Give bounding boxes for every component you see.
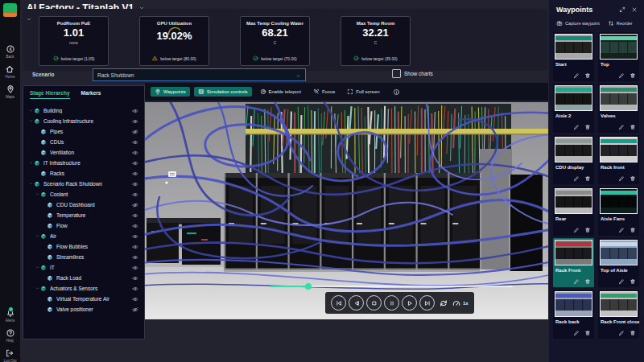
edit-waypoint-button[interactable]: [618, 124, 625, 130]
sidebar-item-back[interactable]: Back: [6, 44, 15, 59]
edit-waypoint-button[interactable]: [573, 175, 580, 182]
full-screen-button[interactable]: Full screen: [343, 87, 383, 97]
waypoints-button[interactable]: Waypoints: [151, 87, 190, 97]
tree-expander[interactable]: [35, 265, 40, 269]
delete-waypoint-button[interactable]: [584, 278, 591, 285]
tree-expander[interactable]: [35, 234, 40, 238]
tree-expander[interactable]: [35, 192, 40, 196]
playback-speed-button[interactable]: 1x: [452, 298, 469, 308]
visibility-toggle[interactable]: [132, 150, 138, 156]
edit-waypoint-button[interactable]: [618, 72, 625, 79]
close-icon[interactable]: [631, 6, 638, 13]
edit-waypoint-button[interactable]: [573, 227, 580, 233]
edit-waypoint-button[interactable]: [573, 278, 580, 285]
delete-waypoint-button[interactable]: [630, 227, 636, 233]
visibility-toggle[interactable]: [132, 160, 138, 167]
tree-item-actuators-sensors[interactable]: Actuators & Sensors: [23, 283, 144, 294]
app-logo[interactable]: [3, 3, 17, 17]
tree-item-valve-positioner[interactable]: Valve positioner: [23, 304, 144, 315]
undock-icon[interactable]: [619, 6, 625, 13]
tab-markers[interactable]: Markers: [81, 90, 101, 99]
viewport-info-button[interactable]: [393, 88, 400, 96]
tree-expander[interactable]: [28, 182, 34, 186]
delete-waypoint-button[interactable]: [630, 175, 636, 182]
reorder-button[interactable]: Reorder: [608, 20, 633, 27]
stop-button[interactable]: [366, 295, 382, 311]
timeline-playhead[interactable]: [305, 283, 312, 290]
tree-item-it[interactable]: IT: [23, 262, 144, 273]
delete-waypoint-button[interactable]: [584, 72, 591, 79]
tree-expander[interactable]: [28, 109, 34, 113]
visibility-toggle[interactable]: [132, 181, 138, 187]
waypoint-card-rack-front[interactable]: Rack front: [598, 135, 639, 184]
delete-waypoint-button[interactable]: [630, 72, 636, 79]
tree-item-temperature[interactable]: Temperature: [23, 210, 144, 220]
edit-waypoint-button[interactable]: [618, 227, 625, 233]
sidebar-item-maps[interactable]: Maps: [6, 84, 15, 99]
tree-item-racks[interactable]: Racks: [23, 168, 144, 179]
edit-waypoint-button[interactable]: [618, 175, 625, 182]
kpi-collapse-chevron-icon[interactable]: [26, 11, 32, 26]
pause-button[interactable]: [384, 295, 399, 311]
tree-item-ventilation[interactable]: Ventilation: [23, 147, 144, 158]
waypoint-card-cdu-display[interactable]: CDU display: [553, 135, 594, 184]
waypoint-card-rack-front-close[interactable]: Rack Front close: [598, 290, 639, 339]
visibility-toggle[interactable]: [132, 191, 138, 198]
visibility-toggle[interactable]: [132, 202, 138, 208]
scenario-dropdown[interactable]: Rack Shutdown: [93, 68, 306, 81]
skip-to-start-button[interactable]: [331, 295, 346, 311]
enable-teleport-button[interactable]: Enable teleport: [256, 87, 305, 97]
waypoint-card-rack-front[interactable]: Rack Front: [553, 238, 594, 287]
tree-expander[interactable]: [35, 286, 40, 290]
sidebar-item-help[interactable]: Help: [6, 328, 15, 343]
visibility-toggle[interactable]: [132, 223, 138, 229]
tree-item-it-infrastructure[interactable]: IT Infrastructure: [23, 158, 144, 168]
visibility-toggle[interactable]: [132, 244, 138, 250]
delete-waypoint-button[interactable]: [630, 330, 636, 336]
tree-item-cdus[interactable]: CDUs: [23, 137, 144, 147]
visibility-toggle[interactable]: [132, 265, 138, 271]
tree-item-scenario-rack-shutdown[interactable]: Scenario Rack Shutdown: [23, 179, 144, 189]
visibility-toggle[interactable]: [132, 118, 138, 125]
visibility-toggle[interactable]: [132, 139, 138, 146]
play-button[interactable]: [402, 295, 417, 311]
delete-waypoint-button[interactable]: [584, 124, 591, 130]
delete-waypoint-button[interactable]: [630, 278, 636, 285]
visibility-toggle[interactable]: [132, 286, 138, 292]
waypoint-card-top-of-aisle[interactable]: Top of Aisle: [598, 238, 639, 287]
simulation-timeline[interactable]: [270, 283, 513, 290]
tree-item-cdu-dashboard[interactable]: CDU Dashboard: [23, 200, 144, 210]
delete-waypoint-button[interactable]: [584, 175, 591, 182]
tree-item-building[interactable]: Building: [23, 105, 144, 116]
visibility-toggle[interactable]: [132, 129, 138, 135]
tree-item-rack-load[interactable]: Rack Load: [23, 273, 144, 283]
delete-waypoint-button[interactable]: [630, 124, 636, 130]
visibility-toggle[interactable]: [132, 275, 138, 282]
tree-item-streamlines[interactable]: Streamlines: [23, 252, 144, 262]
waypoint-card-valves[interactable]: Valves: [598, 84, 639, 133]
waypoint-card-aisle-2[interactable]: Aisle 2: [553, 84, 594, 133]
waypoint-card-aisle-fans[interactable]: Aisle Fans: [598, 187, 639, 236]
waypoint-card-rack-back[interactable]: Rack back: [553, 290, 594, 339]
tree-item-air[interactable]: Air: [23, 231, 144, 241]
delete-waypoint-button[interactable]: [584, 227, 591, 233]
delete-waypoint-button[interactable]: [584, 330, 591, 336]
edit-waypoint-button[interactable]: [618, 278, 625, 285]
capture-waypoint-button[interactable]: Capture waypoint: [556, 20, 600, 27]
sidebar-item-home[interactable]: Home: [5, 64, 14, 79]
visibility-toggle[interactable]: [132, 296, 138, 302]
tree-item-flow-bubbles[interactable]: Flow Bubbles: [23, 241, 144, 252]
visibility-toggle[interactable]: [132, 171, 138, 177]
visibility-toggle[interactable]: [132, 306, 138, 313]
tree-item-coolant[interactable]: Coolant: [23, 189, 144, 200]
edit-waypoint-button[interactable]: [573, 124, 580, 130]
tree-item-virtual-temperature-air[interactable]: Virtual Temperature Air: [23, 294, 144, 304]
simulation-controls-button[interactable]: Simulation controls: [194, 87, 252, 97]
visibility-toggle[interactable]: [132, 233, 138, 240]
waypoint-card-rear[interactable]: Rear: [553, 187, 594, 236]
waypoint-card-start[interactable]: Start: [553, 32, 594, 81]
loop-button[interactable]: [437, 296, 449, 310]
tab-stage-hierarchy[interactable]: Stage Hierarchy: [30, 90, 70, 99]
show-charts-checkbox[interactable]: Show charts: [392, 69, 433, 78]
tree-item-pipes[interactable]: Pipes: [23, 126, 144, 137]
